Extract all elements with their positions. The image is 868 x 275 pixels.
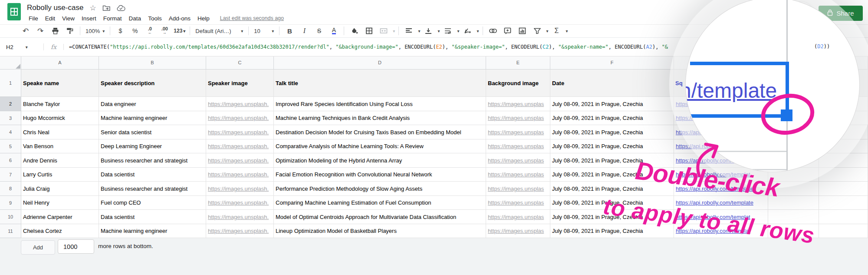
cell[interactable]: https://api.robolly.com/templat [674, 210, 768, 224]
row-number[interactable]: 3 [0, 111, 21, 125]
cell[interactable]: Deep Learning Engineer [99, 139, 206, 153]
column-header[interactable]: Date [550, 70, 674, 97]
cell[interactable]: Comparing Machine Learning Estimation of… [274, 196, 486, 210]
font-size-select[interactable]: 10▾ [252, 28, 276, 34]
cell[interactable]: https://images.unsplash. [206, 210, 274, 224]
functions-caret-icon[interactable]: ▾ [566, 29, 568, 33]
cell[interactable]: July 08-09, 2021 in Prague, Czechia [550, 168, 674, 182]
menu-insert[interactable]: Insert [78, 14, 100, 23]
menu-edit[interactable]: Edit [42, 14, 59, 23]
text-wrap-caret-icon[interactable]: ▾ [457, 29, 459, 33]
cell[interactable] [819, 153, 868, 168]
functions-button[interactable]: Σ [550, 26, 563, 36]
cell[interactable]: Machine Learning Techniques in Bank Cred… [274, 111, 486, 125]
add-rows-button[interactable]: Add [21, 240, 55, 255]
cell[interactable]: Hugo Mccormick [21, 111, 99, 125]
cell[interactable]: July 08-09, 2021 in Prague, Czechia [550, 139, 674, 153]
cell[interactable]: https://images.unsplas [486, 210, 550, 224]
document-title[interactable]: Robolly use-case [27, 3, 83, 12]
menu-data[interactable]: Data [125, 14, 145, 23]
cell[interactable]: Performance Prediction Methodology of Sl… [274, 182, 486, 196]
cell[interactable]: Optimization Modeling of the Hybrid Ante… [274, 153, 486, 168]
cell[interactable]: Chris Neal [21, 125, 99, 139]
row-number[interactable]: 10 [0, 210, 21, 224]
rows-count-input[interactable] [58, 239, 94, 254]
menu-addons[interactable]: Add-ons [165, 14, 194, 23]
cell[interactable]: July 08-09, 2021 in Prague, Czechia [550, 97, 674, 111]
cell[interactable] [768, 224, 819, 238]
insert-link-button[interactable] [487, 26, 500, 36]
filter-button[interactable] [531, 26, 544, 36]
cell[interactable]: Neil Henry [21, 196, 99, 210]
menu-file[interactable]: File [25, 14, 42, 23]
column-letter[interactable]: E [486, 56, 550, 70]
redo-button[interactable]: ↷ [34, 26, 47, 36]
cell[interactable]: Adrienne Carpenter [21, 210, 99, 224]
cell[interactable] [819, 210, 868, 224]
cell[interactable] [819, 224, 868, 238]
row-number[interactable]: 4 [0, 125, 21, 139]
cell[interactable]: Machine learning engineer [99, 111, 206, 125]
cell[interactable]: Data engineer [99, 97, 206, 111]
horizontal-align-caret-icon[interactable]: ▾ [418, 29, 420, 33]
row-number[interactable]: 7 [0, 168, 21, 182]
cell[interactable] [819, 168, 868, 182]
cell[interactable]: https://images.unsplas [486, 125, 550, 139]
cell[interactable]: Destination Decision Model for Cruising … [274, 125, 486, 139]
row-number[interactable]: 8 [0, 182, 21, 196]
cell[interactable]: https://images.unsplash. [206, 224, 274, 238]
cell[interactable]: https://images.unsplash. [206, 153, 274, 168]
cell[interactable]: https://images.unsplas [486, 224, 550, 238]
menu-tools[interactable]: Tools [145, 14, 165, 23]
text-color-button[interactable]: A [332, 27, 336, 34]
zoom-select[interactable]: 100%▾ [84, 28, 106, 34]
cell[interactable]: Model of Optimal Centroids Approach for … [274, 210, 486, 224]
text-rotation-caret-icon[interactable]: ▾ [477, 29, 479, 33]
cell[interactable] [819, 182, 868, 196]
select-all-corner[interactable] [0, 56, 21, 70]
menu-help[interactable]: Help [194, 14, 213, 23]
number-format-button[interactable]: 123▾ [173, 26, 186, 36]
cell[interactable]: https://images.unsplash. [206, 111, 274, 125]
fill-color-button[interactable] [348, 26, 361, 36]
cell[interactable]: https://images.unsplas [486, 196, 550, 210]
cell[interactable]: July 08-09, 2021 in Prague, Czechia [550, 125, 674, 139]
fill-handle[interactable] [781, 109, 792, 121]
merge-cells-button[interactable] [377, 26, 390, 36]
column-letter[interactable]: D [274, 56, 486, 70]
row-number[interactable]: 11 [0, 224, 21, 238]
column-letter[interactable]: C [206, 56, 274, 70]
increase-decimal-button[interactable]: .00→ [158, 26, 171, 36]
cell[interactable]: https://images.unsplash. [206, 125, 274, 139]
move-folder-icon[interactable] [102, 5, 111, 11]
column-letter[interactable]: B [99, 56, 206, 70]
cell[interactable]: https://images.unsplas [486, 153, 550, 168]
merge-caret-icon[interactable]: ▾ [393, 29, 395, 33]
font-select[interactable]: Default (Ari…)▾ [194, 28, 245, 34]
column-header[interactable]: Speaker image [206, 70, 274, 97]
print-button[interactable] [49, 26, 62, 36]
cell[interactable]: https://api.robolly.com/templat [674, 168, 768, 182]
sheets-logo-icon[interactable] [7, 3, 21, 20]
cell[interactable]: July 08-09, 2021 in Prague, Czechia [550, 153, 674, 168]
cell[interactable]: Lineup Optimization Model of Basketball … [274, 224, 486, 238]
cell[interactable]: Blanche Taylor [21, 97, 99, 111]
cell[interactable] [819, 196, 868, 210]
horizontal-align-button[interactable] [402, 26, 415, 36]
row-number[interactable]: 9 [0, 196, 21, 210]
format-percent-button[interactable]: % [128, 26, 141, 36]
cell[interactable]: July 08-09, 2021 in Prague, Czechia [550, 182, 674, 196]
menu-format[interactable]: Format [100, 14, 125, 23]
strikethrough-button[interactable]: S [312, 26, 326, 36]
vertical-align-caret-icon[interactable]: ▾ [437, 29, 440, 33]
cell[interactable]: Improved Rare Species Identification Usi… [274, 97, 486, 111]
cell[interactable]: July 08-09, 2021 in Prague, Czechia [550, 224, 674, 238]
italic-button[interactable]: I [298, 26, 311, 36]
bold-button[interactable]: B [283, 26, 296, 36]
cell[interactable]: Van Benson [21, 139, 99, 153]
cell[interactable]: Business researcher and strategist [99, 153, 206, 168]
cell[interactable] [768, 196, 819, 210]
column-header[interactable]: Speaker description [99, 70, 206, 97]
decrease-decimal-button[interactable]: .0← [143, 26, 156, 36]
cell[interactable]: https://api.robolly.com/template [674, 196, 768, 210]
